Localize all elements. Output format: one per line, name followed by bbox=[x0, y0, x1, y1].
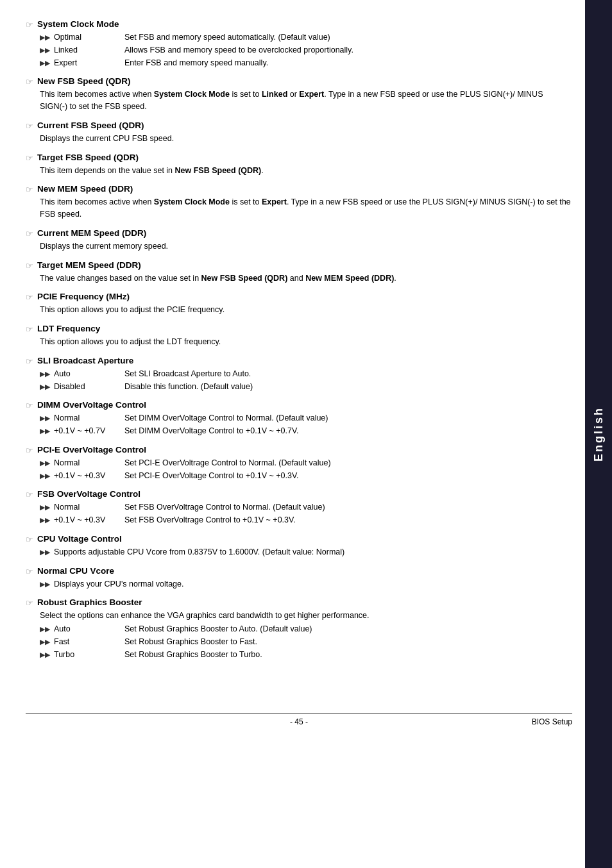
bullet-arrow-icon: ▶▶ bbox=[40, 649, 50, 660]
section-header-current-fsb-speed: ☞Current FSB Speed (QDR) bbox=[26, 121, 572, 131]
section-title-pcie-frequency: PCIE Frequency (MHz) bbox=[37, 292, 130, 301]
bullet-arrow-icon: ▶▶ bbox=[40, 623, 50, 635]
cursor-icon: ☞ bbox=[26, 121, 33, 131]
bullet-label: Expert bbox=[54, 57, 124, 69]
bullet-arrow-icon: ▶▶ bbox=[40, 636, 50, 647]
section-title-robust-graphics-booster: Robust Graphics Booster bbox=[37, 597, 142, 607]
section-header-ldt-frequency: ☞LDT Frequency bbox=[26, 324, 572, 334]
bullet-label: Linked bbox=[54, 44, 124, 56]
section-header-normal-cpu-vcore: ☞Normal CPU Vcore bbox=[26, 566, 572, 576]
bullet-label: Auto bbox=[54, 623, 124, 635]
bullet-label: Fast bbox=[54, 636, 124, 648]
cursor-icon: ☞ bbox=[26, 324, 33, 334]
section-title-current-mem-speed: Current MEM Speed (DDR) bbox=[37, 228, 146, 238]
bullet-label: +0.1V ~ +0.3V bbox=[54, 514, 124, 526]
section-header-cpu-voltage: ☞CPU Voltage Control bbox=[26, 534, 572, 544]
section-body-fsb-overvoltage: ▶▶NormalSet FSB OverVoltrage Control to … bbox=[40, 501, 572, 526]
bullet-item: ▶▶OptimalSet FSB and memory speed automa… bbox=[40, 31, 572, 44]
cursor-icon: ☞ bbox=[26, 261, 33, 271]
sections-container: ☞System Clock Mode▶▶OptimalSet FSB and m… bbox=[26, 19, 572, 660]
main-content: ☞System Clock Mode▶▶OptimalSet FSB and m… bbox=[0, 0, 585, 868]
bullet-desc: Set Robust Graphics Booster to Fast. bbox=[124, 636, 572, 648]
bullet-desc: Set Robust Graphics Booster to Turbo. bbox=[124, 649, 572, 661]
bullet-desc: Set SLI Broadcast Aperture to Auto. bbox=[124, 368, 572, 380]
section-new-mem-speed: ☞New MEM Speed (DDR)This item becomes ac… bbox=[26, 184, 572, 221]
section-header-new-fsb-speed: ☞New FSB Speed (QDR) bbox=[26, 76, 572, 87]
section-current-fsb-speed: ☞Current FSB Speed (QDR)Displays the cur… bbox=[26, 121, 572, 145]
bullet-arrow-icon: ▶▶ bbox=[40, 368, 50, 380]
bullet-item: ▶▶TurboSet Robust Graphics Booster to Tu… bbox=[40, 649, 572, 661]
section-cpu-voltage: ☞CPU Voltage Control▶▶Supports adjustabl… bbox=[26, 534, 572, 558]
bullet-arrow-icon: ▶▶ bbox=[40, 514, 50, 526]
sidebar-label: English bbox=[592, 406, 606, 462]
section-target-fsb-speed: ☞Target FSB Speed (QDR)This item depends… bbox=[26, 153, 572, 177]
bullet-desc: Displays your CPU's normal voltage. bbox=[54, 578, 572, 590]
section-title-target-mem-speed: Target MEM Speed (DDR) bbox=[37, 260, 141, 270]
bullet-label: +0.1V ~ +0.7V bbox=[54, 425, 124, 437]
section-header-system-clock-mode: ☞System Clock Mode bbox=[26, 19, 572, 29]
bullet-item: ▶▶ExpertEnter FSB and memory speed manua… bbox=[40, 57, 572, 69]
bullet-label: Normal bbox=[54, 501, 124, 513]
section-pci-e-overvoltage: ☞PCI-E OverVoltage Control▶▶NormalSet PC… bbox=[26, 445, 572, 482]
section-description-new-mem-speed: This item becomes active when System Clo… bbox=[40, 196, 572, 221]
bullet-desc: Set FSB OverVoltrage Control to Normal. … bbox=[124, 501, 572, 513]
section-body-sli-broadcast: ▶▶AutoSet SLI Broadcast Aperture to Auto… bbox=[40, 368, 572, 393]
bullet-item: ▶▶AutoSet SLI Broadcast Aperture to Auto… bbox=[40, 368, 572, 380]
cursor-icon: ☞ bbox=[26, 20, 33, 29]
cursor-icon: ☞ bbox=[26, 535, 33, 544]
bullet-arrow-icon: ▶▶ bbox=[40, 31, 50, 43]
section-fsb-overvoltage: ☞FSB OverVoltage Control▶▶NormalSet FSB … bbox=[26, 489, 572, 526]
section-system-clock-mode: ☞System Clock Mode▶▶OptimalSet FSB and m… bbox=[26, 19, 572, 69]
bullet-arrow-icon: ▶▶ bbox=[40, 381, 50, 392]
page-container: ☞System Clock Mode▶▶OptimalSet FSB and m… bbox=[0, 0, 612, 868]
section-ldt-frequency: ☞LDT FrequencyThis option allows you to … bbox=[26, 324, 572, 348]
bullet-desc: Enter FSB and memory speed manually. bbox=[124, 57, 572, 69]
section-title-sli-broadcast: SLI Broadcast Aperture bbox=[37, 356, 133, 365]
section-body-target-mem-speed: The value changes based on the value set… bbox=[40, 272, 572, 285]
bullet-item: ▶▶+0.1V ~ +0.3VSet FSB OverVoltrage Cont… bbox=[40, 514, 572, 526]
cursor-icon: ☞ bbox=[26, 446, 33, 455]
bullet-item: ▶▶+0.1V ~ +0.7VSet DIMM OverVoltage Cont… bbox=[40, 425, 572, 437]
section-title-fsb-overvoltage: FSB OverVoltage Control bbox=[37, 489, 140, 499]
section-description-robust-graphics-booster: Select the options can enhance the VGA g… bbox=[40, 610, 572, 622]
bullet-item: ▶▶Displays your CPU's normal voltage. bbox=[40, 578, 572, 590]
bullet-arrow-icon: ▶▶ bbox=[40, 57, 50, 69]
section-description-target-mem-speed: The value changes based on the value set… bbox=[40, 272, 572, 285]
section-header-target-fsb-speed: ☞Target FSB Speed (QDR) bbox=[26, 153, 572, 163]
section-title-system-clock-mode: System Clock Mode bbox=[37, 19, 119, 29]
bullet-item: ▶▶FastSet Robust Graphics Booster to Fas… bbox=[40, 636, 572, 648]
section-normal-cpu-vcore: ☞Normal CPU Vcore▶▶Displays your CPU's n… bbox=[26, 566, 572, 590]
section-body-system-clock-mode: ▶▶OptimalSet FSB and memory speed automa… bbox=[40, 31, 572, 69]
section-title-new-fsb-speed: New FSB Speed (QDR) bbox=[37, 76, 131, 86]
section-dimm-overvoltage: ☞DIMM OverVoltage Control▶▶NormalSet DIM… bbox=[26, 400, 572, 437]
section-target-mem-speed: ☞Target MEM Speed (DDR)The value changes… bbox=[26, 260, 572, 285]
bullet-desc: Set FSB and memory speed automatically. … bbox=[124, 31, 572, 44]
bullet-arrow-icon: ▶▶ bbox=[40, 425, 50, 437]
bullet-label: Optimal bbox=[54, 31, 124, 44]
bullet-label: +0.1V ~ +0.3V bbox=[54, 470, 124, 482]
section-header-dimm-overvoltage: ☞DIMM OverVoltage Control bbox=[26, 400, 572, 410]
section-header-fsb-overvoltage: ☞FSB OverVoltage Control bbox=[26, 489, 572, 499]
bullet-label: Disabled bbox=[54, 381, 124, 393]
bullet-item: ▶▶AutoSet Robust Graphics Booster to Aut… bbox=[40, 623, 572, 635]
footer-label: BIOS Setup bbox=[532, 717, 572, 726]
section-body-robust-graphics-booster: Select the options can enhance the VGA g… bbox=[40, 610, 572, 660]
cursor-icon: ☞ bbox=[26, 567, 33, 576]
section-title-cpu-voltage: CPU Voltage Control bbox=[37, 534, 122, 544]
bullet-item: ▶▶+0.1V ~ +0.3VSet PCI-E OverVoltage Con… bbox=[40, 470, 572, 482]
section-body-target-fsb-speed: This item depends on the value set in Ne… bbox=[40, 165, 572, 177]
section-title-pci-e-overvoltage: PCI-E OverVoltage Control bbox=[37, 445, 146, 455]
section-title-target-fsb-speed: Target FSB Speed (QDR) bbox=[37, 153, 139, 162]
footer-page: - 45 - bbox=[290, 717, 308, 726]
bullet-desc: Set PCI-E OverVoltrage Control to Normal… bbox=[124, 457, 572, 469]
bullet-desc: Set DIMM OverVoltage Control to +0.1V ~ … bbox=[124, 425, 572, 437]
section-body-normal-cpu-vcore: ▶▶Displays your CPU's normal voltage. bbox=[40, 578, 572, 590]
bullet-desc: Set PCI-E OverVoltage Control to +0.1V ~… bbox=[124, 470, 572, 482]
section-body-cpu-voltage: ▶▶Supports adjustable CPU Vcore from 0.8… bbox=[40, 546, 572, 558]
bullet-item: ▶▶LinkedAllows FSB and memory speed to b… bbox=[40, 44, 572, 56]
cursor-icon: ☞ bbox=[26, 77, 33, 87]
section-description-pcie-frequency: This option allows you to adjust the PCI… bbox=[40, 304, 572, 316]
section-body-dimm-overvoltage: ▶▶NormalSet DIMM OverVoltage Control to … bbox=[40, 412, 572, 437]
cursor-icon: ☞ bbox=[26, 598, 33, 608]
section-pcie-frequency: ☞PCIE Frequency (MHz)This option allows … bbox=[26, 292, 572, 316]
